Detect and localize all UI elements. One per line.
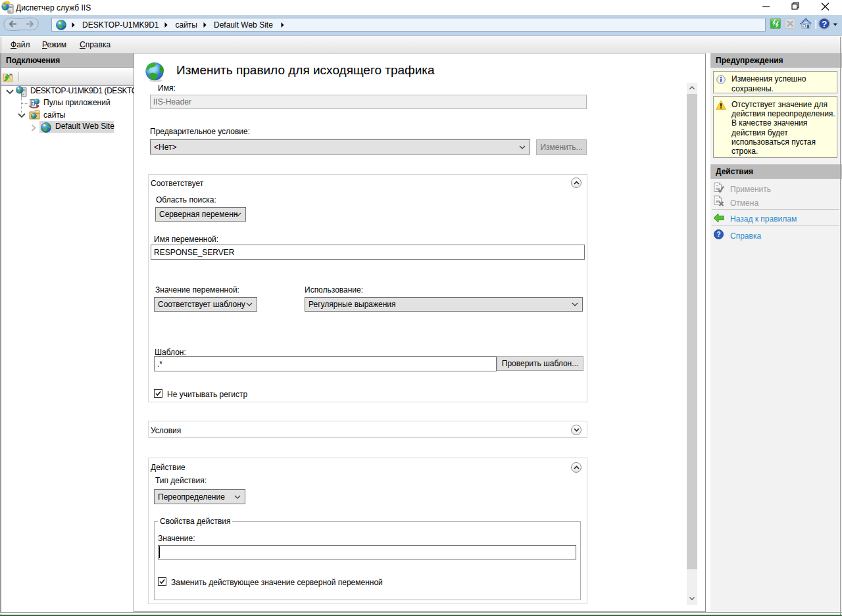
svg-text:?: ? bbox=[716, 231, 720, 238]
svg-text:?: ? bbox=[822, 19, 827, 29]
